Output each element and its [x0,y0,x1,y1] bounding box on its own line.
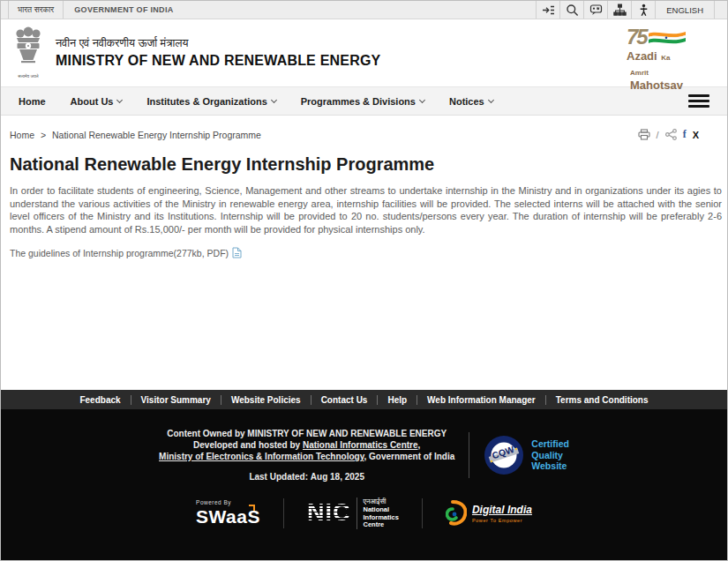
screen-reader-button[interactable] [583,1,607,19]
skip-to-content-icon [542,4,555,17]
guidelines-link-text: The guidelines of Internship programme(2… [10,248,229,258]
bharat-sarkar-label: भारत सरकार [8,1,64,19]
breadcrumb-row: Home > National Renewable Energy Interns… [1,116,727,141]
share-icon [665,129,677,140]
nav-item-programmes-divisions[interactable]: Programmes & Divisions [301,96,424,107]
amrit-word: Amrit [630,69,649,77]
nav-item-about-us[interactable]: About Us [71,96,123,107]
nav-item-home[interactable]: Home [19,96,46,107]
screen-reader-icon [589,4,603,17]
nav-label-about-us: About Us [71,96,114,107]
national-emblem: सत्यमेव जयते [10,26,47,79]
ka-word: Ka [661,54,670,62]
azadi-ka-amrit-mahotsav-logo: 75 Azadi Ka Amrit Mahotsav [627,26,702,92]
chevron-down-icon [116,96,123,102]
developed-hosted-line: Developed and hosted by National Informa… [159,439,454,451]
logo-divider [422,498,423,528]
print-button[interactable] [638,129,650,140]
nav-label-programmes: Programmes & Divisions [301,96,416,107]
cqw-label: Certified Quality Website [531,438,569,472]
government-of-india-label: GOVERNMENT OF INDIA [64,1,184,19]
mahotsav-word: Mahotsav [630,79,683,92]
azadi-75-number: 75 [627,26,647,48]
linkedin-share-button[interactable]: in [705,129,717,140]
chevron-down-icon [419,96,425,102]
accessibility-button[interactable] [631,1,655,19]
footer-credits: Content Owned by MINISTRY OF NEW AND REN… [159,428,454,482]
developed-suffix: , [418,440,421,450]
ministry-title-block: नवीन एवं नवीकरणीय ऊर्जा मंत्रालय MINISTR… [56,37,380,69]
footer: Feedback Visitor Summary Website Policie… [1,390,727,560]
nav-item-notices[interactable]: Notices [449,96,493,107]
meity-link[interactable]: Ministry of Electronics & Information Te… [159,452,364,461]
footer-main: Content Owned by MINISTRY OF NEW AND REN… [1,409,727,560]
guidelines-pdf-link[interactable]: The guidelines of Internship programme(2… [10,247,718,258]
last-updated-date: Aug 18, 2025 [311,472,364,482]
pdf-file-icon [232,247,242,258]
breadcrumb-home-link[interactable]: Home [10,130,34,140]
nic-full-name: एनआईसी National Informatics Centre [356,497,398,529]
last-updated-label: Last Updated: [249,472,310,482]
breadcrumb-separator: > [41,130,46,140]
nav-label-home: Home [19,96,46,107]
breadcrumb-current-page: National Renewable Energy Internship Pro… [52,130,261,140]
site-header: सत्यमेव जयते नवीन एवं नवीकरणीय ऊर्जा मंत… [1,19,727,86]
digital-india-logo[interactable]: Digital India Power To Empower [446,500,532,527]
footer-vertical-divider [469,432,469,478]
page-title: National Renewable Energy Internship Pro… [10,154,718,175]
footer-logos: Powered By SWaaS NIC एनआईसी National Inf… [1,497,727,529]
india-flag-icon [649,30,686,46]
footer-link-contact-us[interactable]: Contact Us [311,395,379,405]
azadi-word: Azadi [627,49,657,63]
sitemap-icon [613,4,627,17]
last-updated: Last Updated: Aug 18, 2025 [159,471,454,482]
facebook-share-button[interactable]: f [683,128,687,141]
nic-link[interactable]: National Informatics Centre [303,440,418,450]
sitemap-button[interactable] [607,1,631,19]
share-button[interactable] [665,129,677,140]
developed-prefix: Developed and hosted by [193,440,303,450]
share-bar: / f X in [638,128,717,141]
meity-line: Ministry of Electronics & Information Te… [159,451,454,462]
intro-paragraph: In order to facilitate students of engin… [10,184,722,236]
digital-india-text: Digital India Power To Empower [472,504,532,523]
footer-link-visitor-summary[interactable]: Visitor Summary [131,395,221,405]
main-navigation: Home About Us Institutes & Organizations… [1,86,727,116]
accessibility-icon [637,4,650,17]
mnre-webpage: भारत सरकार GOVERNMENT OF INDIA ENGLISH [0,0,728,561]
ashoka-emblem-icon [11,26,45,69]
hamburger-icon [688,94,709,97]
cqw-badge-icon: CQW [484,435,524,475]
search-icon [566,4,579,17]
swaas-logo[interactable]: Powered By SWaaS [196,499,260,527]
footer-link-web-information-manager[interactable]: Web Information Manager [417,395,546,405]
nav-item-institutes-organizations[interactable]: Institutes & Organizations [146,96,275,107]
breadcrumb: Home > National Renewable Energy Interns… [10,130,261,140]
gov-suffix: , Government of India [364,452,455,461]
swaas-accent-icon [249,505,255,511]
share-slash-separator: / [657,130,659,140]
search-button[interactable] [559,1,583,19]
satyameva-jayate-caption: सत्यमेव जयते [10,73,47,79]
nav-label-notices: Notices [449,96,484,107]
content-owned-line: Content Owned by MINISTRY OF NEW AND REN… [159,428,454,439]
footer-links-bar: Feedback Visitor Summary Website Policie… [1,390,727,409]
ministry-name-hindi: नवीन एवं नवीकरणीय ऊर्जा मंत्रालय [56,37,380,50]
language-selector[interactable]: ENGLISH [655,1,715,19]
skip-to-content-button[interactable] [536,1,559,19]
nic-logo[interactable]: NIC एनआईसी National Informatics Centre [307,497,399,529]
footer-link-help[interactable]: Help [378,395,417,405]
footer-link-website-policies[interactable]: Website Policies [221,395,311,405]
logo-divider [283,498,284,528]
x-twitter-share-button[interactable]: X [693,130,699,140]
nav-label-institutes: Institutes & Organizations [146,96,266,107]
printer-icon [638,129,650,140]
certified-quality-website-badge[interactable]: CQW Certified Quality Website [484,435,569,475]
government-topbar: भारत सरकार GOVERNMENT OF INDIA ENGLISH [1,1,727,19]
government-labels: भारत सरकार GOVERNMENT OF INDIA [8,1,184,19]
footer-link-feedback[interactable]: Feedback [70,395,131,405]
chevron-down-icon [271,96,277,102]
hamburger-menu-button[interactable] [688,94,709,108]
chevron-down-icon [488,96,494,102]
footer-link-terms-and-conditions[interactable]: Terms and Conditions [546,395,658,405]
